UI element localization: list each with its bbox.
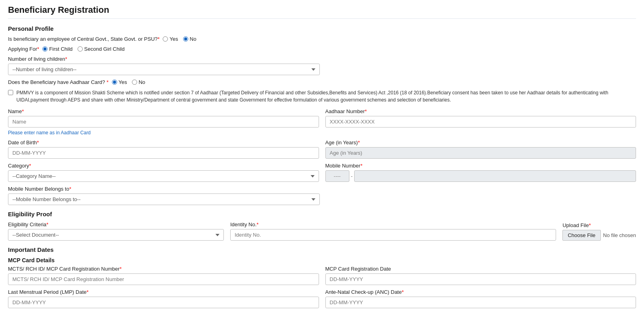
employee-yes-label[interactable]: Yes — [163, 36, 178, 42]
eligibility-criteria-label: Eligibility Criteria* — [8, 221, 224, 227]
name-group: Name* Please enter name as in Aadhaar Ca… — [8, 108, 319, 136]
mcp-reg-date-group: MCP Card Registration Date — [325, 266, 636, 285]
upload-file-label: Upload File* — [562, 222, 636, 228]
eligibility-proof-section: Eligibility Proof Eligibility Criteria* … — [8, 211, 636, 241]
age-label: Age (in Years)* — [325, 140, 636, 146]
aadhaar-card-row: Does the Beneficiary have Aadhaar Card? … — [8, 79, 636, 85]
dob-group: Date of Birth* — [8, 140, 319, 159]
living-children-label: Number of living children* — [8, 56, 320, 62]
mcp-registration-row: MCTS/ RCH ID/ MCP Card Registration Numb… — [8, 266, 636, 285]
upload-input-row: Choose File No file chosen — [562, 230, 636, 241]
category-label: Category* — [8, 163, 319, 169]
consent-text: PMMVY is a component of Mission Shakti S… — [16, 89, 636, 104]
identity-no-label: Identity No.* — [230, 221, 556, 227]
mobile-belongs-group: Mobile Number Belongs to* --Mobile Numbe… — [8, 186, 320, 205]
category-select[interactable]: --Category Name-- — [8, 170, 319, 182]
dob-input[interactable] — [8, 147, 319, 159]
employee-no-label[interactable]: No — [183, 36, 197, 42]
eligibility-proof-title: Eligibility Proof — [8, 211, 636, 217]
dob-label: Date of Birth* — [8, 140, 319, 146]
mcp-reg-number-group: MCTS/ RCH ID/ MCP Card Registration Numb… — [8, 266, 319, 285]
important-dates-title: Important Dates — [8, 246, 636, 253]
name-label: Name* — [8, 108, 319, 114]
identity-no-input[interactable] — [230, 229, 556, 241]
anc-date-label: Ante-Natal Check-up (ANC) Date* — [325, 289, 636, 295]
anc-date-group: Ante-Natal Check-up (ANC) Date* — [325, 289, 636, 308]
mcp-reg-date-input[interactable] — [325, 273, 636, 285]
mobile-input-row: ---- - — [325, 170, 636, 182]
first-child-label[interactable]: First Child — [42, 46, 73, 52]
employee-yes-radio[interactable] — [163, 36, 168, 42]
lmp-date-label: Last Menstrual Period (LMP) Date* — [8, 289, 319, 295]
mobile-belongs-label: Mobile Number Belongs to* — [8, 186, 320, 192]
personal-profile-section: Personal Profile Is beneficiary an emplo… — [8, 25, 636, 205]
aadhaar-number-label: Aadhaar Number* — [325, 108, 636, 114]
lmp-anc-row: Last Menstrual Period (LMP) Date* Ante-N… — [8, 289, 636, 308]
mcp-reg-date-label: MCP Card Registration Date — [325, 266, 636, 272]
personal-profile-title: Personal Profile — [8, 25, 636, 32]
aadhaar-number-group: Aadhaar Number* — [325, 108, 636, 136]
eligibility-criteria-row: Eligibility Criteria* --Select Document-… — [8, 221, 636, 241]
applying-for-label: Applying For* — [8, 46, 39, 52]
consent-row: PMMVY is a component of Mission Shakti S… — [8, 89, 636, 104]
aadhaar-card-radio-group: Yes No — [112, 79, 146, 85]
choose-file-button[interactable]: Choose File — [562, 230, 600, 241]
no-file-text: No file chosen — [603, 232, 636, 238]
name-aadhaar-row: Name* Please enter name as in Aadhaar Ca… — [8, 108, 636, 136]
living-children-select[interactable]: --Number of living children-- — [8, 64, 320, 75]
employee-no-radio[interactable] — [183, 36, 188, 42]
mcp-reg-number-input[interactable] — [8, 273, 319, 285]
first-child-radio[interactable] — [42, 46, 48, 52]
anc-date-input[interactable] — [325, 297, 636, 308]
identity-no-group: Identity No.* — [230, 221, 556, 241]
category-group: Category* --Category Name-- — [8, 163, 319, 182]
aadhaar-yes-label[interactable]: Yes — [112, 79, 127, 85]
important-dates-section: Important Dates MCP Card Details MCTS/ R… — [8, 246, 636, 308]
employee-question-row: Is beneficiary an employee of Central Go… — [8, 36, 636, 42]
mobile-number-label: Mobile Number* — [325, 163, 636, 169]
second-girl-child-radio[interactable] — [78, 46, 83, 52]
mcp-card-subtitle: MCP Card Details — [8, 257, 636, 263]
aadhaar-card-label: Does the Beneficiary have Aadhaar Card? … — [8, 79, 109, 85]
aadhaar-number-input[interactable] — [325, 116, 636, 128]
age-group: Age (in Years)* — [325, 140, 636, 159]
mobile-number-group: Mobile Number* ---- - — [325, 163, 636, 182]
name-hint: Please enter name as in Aadhaar Card — [8, 130, 319, 136]
category-mobile-row: Category* --Category Name-- Mobile Numbe… — [8, 163, 636, 182]
mobile-prefix: ---- — [325, 170, 349, 182]
aadhaar-no-radio[interactable] — [132, 80, 137, 85]
employee-question-label: Is beneficiary an employee of Central Go… — [8, 36, 160, 42]
employee-radio-group: Yes No — [163, 36, 196, 42]
mcp-reg-number-label: MCTS/ RCH ID/ MCP Card Registration Numb… — [8, 266, 319, 272]
dob-age-row: Date of Birth* Age (in Years)* — [8, 140, 636, 159]
age-input — [325, 147, 636, 159]
applying-for-radio-group: First Child Second Girl Child — [42, 46, 125, 52]
aadhaar-no-label[interactable]: No — [132, 79, 146, 85]
living-children-group: Number of living children* --Number of l… — [8, 56, 320, 75]
name-input[interactable] — [8, 116, 319, 128]
lmp-date-group: Last Menstrual Period (LMP) Date* — [8, 289, 319, 308]
consent-checkbox[interactable] — [8, 90, 13, 95]
aadhaar-yes-radio[interactable] — [112, 80, 117, 85]
applying-for-row: Applying For* First Child Second Girl Ch… — [8, 46, 636, 52]
eligibility-criteria-group: Eligibility Criteria* --Select Document-… — [8, 221, 224, 241]
mobile-dash: - — [351, 173, 353, 179]
upload-file-group: Upload File* Choose File No file chosen — [562, 222, 636, 241]
mobile-belongs-select[interactable]: --Mobile Number Belongs to-- — [8, 193, 320, 205]
eligibility-criteria-select[interactable]: --Select Document-- — [8, 229, 224, 241]
mobile-input[interactable] — [354, 170, 636, 182]
lmp-date-input[interactable] — [8, 297, 319, 308]
second-girl-child-label[interactable]: Second Girl Child — [78, 46, 125, 52]
page-title: Beneficiary Registration — [8, 5, 636, 19]
